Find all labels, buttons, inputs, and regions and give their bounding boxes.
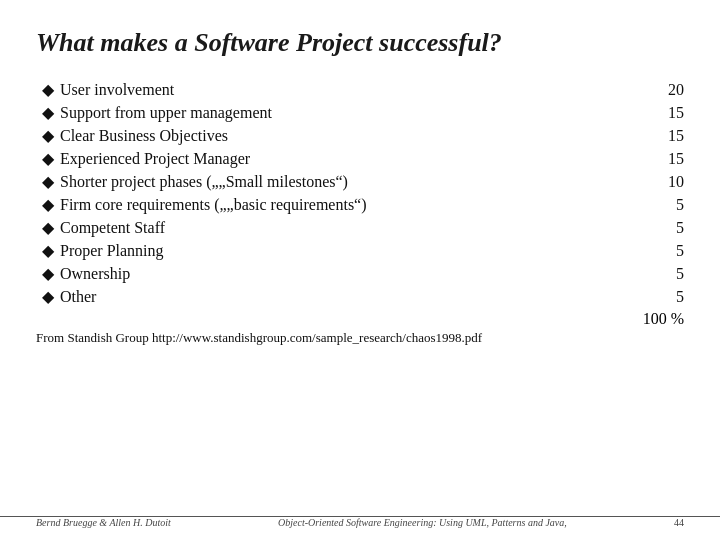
list-item: ◆Support from upper management15 <box>36 101 684 124</box>
slide-title: What makes a Software Project successful… <box>36 28 684 58</box>
item-value: 10 <box>634 170 684 193</box>
footer-center: Object-Oriented Software Engineering: Us… <box>181 517 664 528</box>
item-value: 5 <box>634 239 684 262</box>
bullet-icon: ◆ <box>36 147 60 170</box>
item-value: 5 <box>634 285 684 308</box>
item-label: Competent Staff <box>60 216 634 239</box>
item-value: 15 <box>634 147 684 170</box>
item-value: 15 <box>634 124 684 147</box>
item-label: User involvement <box>60 78 634 101</box>
bullet-icon: ◆ <box>36 124 60 147</box>
list-item: ◆Firm core requirements („„basic require… <box>36 193 684 216</box>
bullet-icon: ◆ <box>36 170 60 193</box>
bullet-icon: ◆ <box>36 239 60 262</box>
item-label: Other <box>60 285 634 308</box>
item-value: 5 <box>634 193 684 216</box>
list-item: ◆Ownership5 <box>36 262 684 285</box>
item-value: 5 <box>634 262 684 285</box>
item-label: Support from upper management <box>60 101 634 124</box>
list-item: ◆Shorter project phases („„Small milesto… <box>36 170 684 193</box>
total-row: 100 % <box>36 310 684 328</box>
list-item: ◆User involvement20 <box>36 78 684 101</box>
bullet-icon: ◆ <box>36 193 60 216</box>
items-table: ◆User involvement20◆Support from upper m… <box>36 78 684 308</box>
list-item: ◆Proper Planning5 <box>36 239 684 262</box>
item-value: 20 <box>634 78 684 101</box>
bullet-icon: ◆ <box>36 216 60 239</box>
list-item: ◆Experienced Project Manager15 <box>36 147 684 170</box>
item-value: 5 <box>634 216 684 239</box>
item-label: Experienced Project Manager <box>60 147 634 170</box>
total-value: 100 % <box>643 310 684 327</box>
bullet-icon: ◆ <box>36 101 60 124</box>
footer-right: 44 <box>674 517 684 528</box>
footer-bar: Bernd Bruegge & Allen H. Dutoit Object-O… <box>0 516 720 528</box>
bullet-icon: ◆ <box>36 262 60 285</box>
content-area: ◆User involvement20◆Support from upper m… <box>36 78 684 524</box>
item-label: Clear Business Objectives <box>60 124 634 147</box>
slide: What makes a Software Project successful… <box>0 0 720 540</box>
list-item: ◆Competent Staff5 <box>36 216 684 239</box>
item-value: 15 <box>634 101 684 124</box>
list-item: ◆Clear Business Objectives15 <box>36 124 684 147</box>
item-label: Shorter project phases („„Small mileston… <box>60 170 634 193</box>
bullet-icon: ◆ <box>36 78 60 101</box>
list-item: ◆Other5 <box>36 285 684 308</box>
item-label: Firm core requirements („„basic requirem… <box>60 193 634 216</box>
item-label: Ownership <box>60 262 634 285</box>
bullet-icon: ◆ <box>36 285 60 308</box>
source-row: From Standish Group http://www.standishg… <box>36 330 684 346</box>
footer-left: Bernd Bruegge & Allen H. Dutoit <box>36 517 171 528</box>
item-label: Proper Planning <box>60 239 634 262</box>
